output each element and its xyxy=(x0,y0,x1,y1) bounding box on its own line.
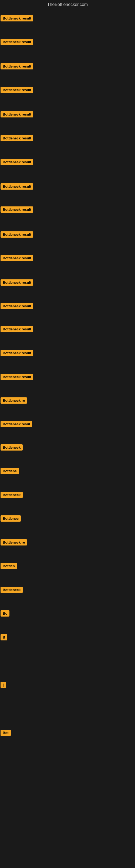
bottleneck-result-label: Bottleneck result xyxy=(1,207,33,213)
bottleneck-result-label: Bottleneck result xyxy=(1,111,33,118)
bottleneck-result-label: Bottleneck xyxy=(1,587,23,593)
bottleneck-result-label: Bottleneck result xyxy=(1,15,33,22)
bottleneck-result-label: Bottleneck result xyxy=(1,279,33,286)
bottleneck-result-label: Bottleneck result xyxy=(1,374,33,380)
bottleneck-result-label: Bottleneck result xyxy=(1,183,33,190)
bottleneck-result-label: B xyxy=(1,634,7,641)
bottleneck-result-label: Bottleneck result xyxy=(1,255,33,261)
bottleneck-result-label: Bottleneck result xyxy=(1,159,33,165)
bottleneck-result-label: Bottlenec xyxy=(1,516,21,522)
bottleneck-result-label: Bottleneck result xyxy=(1,303,33,309)
bottleneck-result-label: Bottleneck result xyxy=(1,326,33,332)
bottleneck-result-label: Bottlen xyxy=(1,563,17,569)
bottleneck-result-label: Bo xyxy=(1,610,9,617)
bottleneck-result-label: Bottleneck result xyxy=(1,63,33,69)
bottleneck-result-label: Bottleneck resul xyxy=(1,421,32,427)
bottleneck-result-label: Bottleneck re xyxy=(1,539,27,546)
bottleneck-result-label: Bottleneck result xyxy=(1,135,33,141)
bottleneck-result-label: Bottleneck result xyxy=(1,87,33,93)
bottleneck-result-label: | xyxy=(1,682,6,688)
bottleneck-result-label: Bot xyxy=(1,730,11,736)
bottleneck-result-label: Bottleneck xyxy=(1,444,23,451)
bottleneck-result-label: Bottleneck result xyxy=(1,231,33,238)
bottleneck-result-label: Bottlene xyxy=(1,468,19,474)
bottleneck-result-label: Bottleneck xyxy=(1,492,23,498)
bottleneck-result-label: Bottleneck result xyxy=(1,39,33,45)
bottleneck-result-label: Bottleneck result xyxy=(1,350,33,356)
bottleneck-result-label: Bottleneck re xyxy=(1,397,27,404)
